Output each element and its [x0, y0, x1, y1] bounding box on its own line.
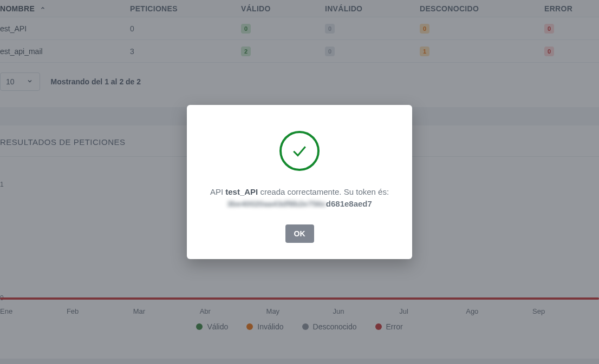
success-check-icon: [279, 131, 320, 171]
success-modal: API test_API creada correctamente. Su to…: [187, 105, 412, 259]
modal-prefix: API: [210, 187, 223, 196]
token-hidden-part: 3be40020aa43df8b2e756c: [227, 199, 326, 208]
modal-token: 3be40020aa43df8b2e756cd681e8aed7: [202, 199, 397, 208]
modal-api-name: test_API: [225, 187, 258, 196]
page-root: NOMBRE PETICIONES VÁLIDO INVÁLIDO DESCON…: [0, 0, 599, 364]
token-visible-part: d681e8aed7: [326, 199, 372, 208]
modal-suffix: creada correctamente. Su token és:: [260, 187, 389, 196]
ok-button[interactable]: OK: [285, 224, 314, 243]
modal-message: API test_API creada correctamente. Su to…: [202, 186, 397, 198]
modal-overlay[interactable]: API test_API creada correctamente. Su to…: [0, 0, 599, 364]
